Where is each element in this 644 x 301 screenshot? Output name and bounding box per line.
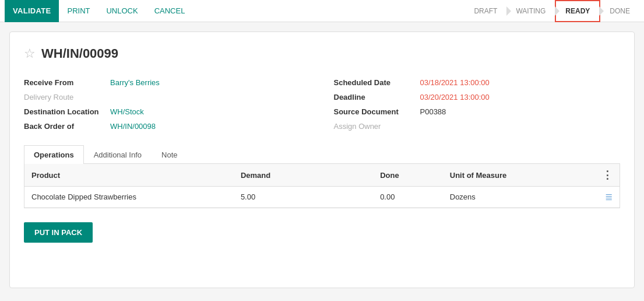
unlock-button[interactable]: UNLOCK — [98, 0, 146, 22]
back-order-of-value[interactable]: WH/IN/00098 — [110, 122, 156, 131]
operations-table: Product Demand Done Unit of Measure ⋮ Ch… — [24, 164, 620, 208]
status-ready: READY — [555, 0, 600, 22]
scheduled-date-label: Scheduled Date — [334, 78, 416, 87]
deadline-label: Deadline — [334, 93, 416, 102]
validate-button[interactable]: VALIDATE — [5, 0, 59, 22]
field-receive-from: Receive From Barry's Berries — [24, 75, 311, 90]
receive-from-label: Receive From — [24, 78, 105, 87]
record-card: ☆ WH/IN/00099 Receive From Barry's Berri… — [9, 32, 635, 288]
destination-location-value[interactable]: WH/Stock — [110, 107, 144, 116]
form-left-col: Receive From Barry's Berries Delivery Ro… — [24, 75, 311, 134]
card-footer: PUT IN PACK — [24, 222, 620, 243]
status-waiting: WAITING — [506, 0, 555, 22]
col-product-header: Product — [31, 171, 241, 180]
status-draft: DRAFT — [464, 0, 506, 22]
back-order-of-label: Back Order of — [24, 122, 105, 131]
status-bar: DRAFT WAITING READY DONE — [464, 0, 639, 22]
unit-cell: Dozens — [450, 192, 589, 201]
done-cell: 0.00 — [380, 192, 450, 201]
assign-owner-label: Assign Owner — [334, 122, 416, 131]
table-column-menu-icon[interactable]: ⋮ — [602, 169, 613, 181]
row-detail-icon[interactable]: ≣ — [589, 191, 613, 202]
col-menu-header: ⋮ — [589, 169, 613, 181]
product-cell: Chocolate Dipped Strawberries — [31, 192, 241, 201]
status-done: DONE — [600, 0, 639, 22]
tabs: Operations Additional Info Note — [24, 145, 620, 164]
table-row: Chocolate Dipped Strawberries 5.00 0.00 … — [24, 187, 620, 208]
field-destination-location: Destination Location WH/Stock — [24, 104, 311, 119]
tab-note[interactable]: Note — [152, 145, 187, 164]
toolbar: VALIDATE PRINT UNLOCK CANCEL DRAFT WAITI… — [0, 0, 644, 22]
col-done-header: Done — [380, 171, 450, 180]
card-header: ☆ WH/IN/00099 — [24, 46, 620, 61]
record-title: WH/IN/00099 — [41, 46, 118, 61]
print-button[interactable]: PRINT — [59, 0, 98, 22]
field-deadline: Deadline 03/20/2021 13:00:00 — [334, 90, 621, 104]
table-header: Product Demand Done Unit of Measure ⋮ — [24, 164, 620, 187]
tab-operations[interactable]: Operations — [24, 145, 84, 164]
source-document-label: Source Document — [334, 107, 416, 116]
demand-cell: 5.00 — [241, 192, 380, 201]
detail-list-icon[interactable]: ≣ — [605, 191, 613, 202]
main-content: ☆ WH/IN/00099 Receive From Barry's Berri… — [0, 22, 644, 301]
form-right-col: Scheduled Date 03/18/2021 13:00:00 Deadl… — [334, 75, 621, 134]
field-delivery-route: Delivery Route — [24, 90, 311, 104]
col-unit-header: Unit of Measure — [450, 171, 589, 180]
col-demand-header: Demand — [241, 171, 380, 180]
receive-from-value[interactable]: Barry's Berries — [110, 78, 160, 87]
form-grid: Receive From Barry's Berries Delivery Ro… — [24, 75, 620, 134]
field-back-order-of: Back Order of WH/IN/00098 — [24, 119, 311, 134]
source-document-value: P00388 — [420, 107, 446, 116]
favorite-star-icon[interactable]: ☆ — [24, 46, 36, 61]
field-scheduled-date: Scheduled Date 03/18/2021 13:00:00 — [334, 75, 621, 90]
destination-location-label: Destination Location — [24, 107, 105, 116]
put-in-pack-button[interactable]: PUT IN PACK — [24, 222, 93, 243]
field-source-document: Source Document P00388 — [334, 104, 621, 119]
scheduled-date-value: 03/18/2021 13:00:00 — [420, 78, 490, 87]
field-assign-owner: Assign Owner — [334, 119, 621, 134]
tab-additional-info[interactable]: Additional Info — [84, 145, 152, 164]
deadline-value: 03/20/2021 13:00:00 — [420, 93, 490, 102]
cancel-button[interactable]: CANCEL — [146, 0, 193, 22]
delivery-route-label: Delivery Route — [24, 93, 105, 102]
